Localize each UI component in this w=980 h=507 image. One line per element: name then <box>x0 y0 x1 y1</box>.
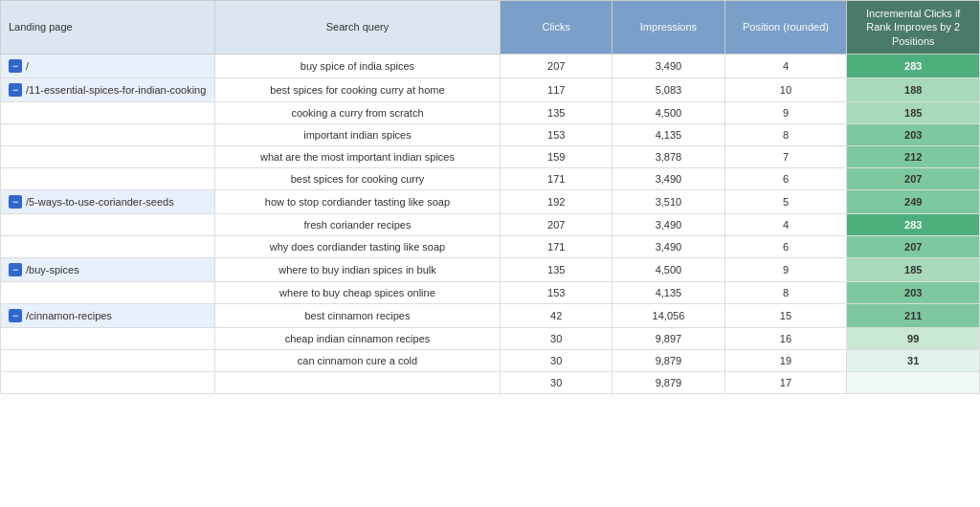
incremental-cell: 283 <box>847 54 980 77</box>
landing-cell: −/buy-spices <box>1 257 215 281</box>
position-cell: 6 <box>724 167 847 189</box>
impressions-cell: 9,897 <box>612 327 724 349</box>
landing-cell: −/ <box>1 54 215 77</box>
query-cell: where to buy indian spices in bulk <box>214 257 500 281</box>
query-cell: what are the most important indian spice… <box>214 145 500 167</box>
clicks-cell: 171 <box>501 167 612 189</box>
clicks-cell: 117 <box>501 77 612 101</box>
position-cell: 15 <box>724 303 847 327</box>
position-cell: 5 <box>724 189 847 213</box>
clicks-cell: 207 <box>501 213 612 235</box>
query-cell: cheap indian cinnamon recipes <box>214 327 500 349</box>
query-cell: fresh coriander recipes <box>214 213 500 235</box>
impressions-cell: 3,490 <box>612 54 724 77</box>
position-cell: 8 <box>724 281 847 303</box>
incremental-cell: 207 <box>847 235 980 257</box>
landing-page-url: / <box>26 60 29 72</box>
query-cell: best spices for cooking curry <box>214 167 500 189</box>
incremental-cell: 212 <box>847 145 980 167</box>
incremental-cell: 283 <box>847 213 980 235</box>
impressions-cell: 9,879 <box>612 371 724 393</box>
clicks-cell: 30 <box>501 349 612 371</box>
clicks-cell: 30 <box>501 371 612 393</box>
query-cell: cooking a curry from scratch <box>214 101 500 123</box>
landing-cell: −/5-ways-to-use-coriander-seeds <box>1 189 215 213</box>
query-cell: buy spice of india spices <box>214 54 500 77</box>
query-cell <box>214 371 500 393</box>
clicks-cell: 135 <box>501 257 612 281</box>
landing-cell <box>1 371 215 393</box>
impressions-cell: 4,500 <box>612 101 724 123</box>
clicks-cell: 153 <box>501 123 612 145</box>
incremental-cell: 99 <box>847 327 980 349</box>
position-cell: 19 <box>724 349 847 371</box>
impressions-cell: 14,056 <box>612 303 724 327</box>
incremental-cell: 188 <box>847 77 980 101</box>
collapse-button[interactable]: − <box>9 309 22 322</box>
position-cell: 8 <box>724 123 847 145</box>
impressions-cell: 3,490 <box>612 235 724 257</box>
clicks-cell: 30 <box>501 327 612 349</box>
position-cell: 9 <box>724 101 847 123</box>
landing-page-url: /cinnamon-recipes <box>26 310 112 321</box>
clicks-cell: 207 <box>501 54 612 77</box>
query-cell: where to buy cheap spices online <box>214 281 500 303</box>
impressions-cell: 9,879 <box>612 349 724 371</box>
position-cell: 9 <box>724 257 847 281</box>
landing-cell <box>1 349 215 371</box>
landing-cell <box>1 281 215 303</box>
query-cell: important indian spices <box>214 123 500 145</box>
position-cell: 4 <box>724 213 847 235</box>
landing-cell <box>1 327 215 349</box>
impressions-cell: 4,500 <box>612 257 724 281</box>
position-cell: 16 <box>724 327 847 349</box>
impressions-cell: 3,878 <box>612 145 724 167</box>
query-cell: why does cordiander tasting like soap <box>214 235 500 257</box>
impressions-cell: 4,135 <box>612 281 724 303</box>
incremental-cell: 185 <box>847 257 980 281</box>
incremental-cell: 211 <box>847 303 980 327</box>
landing-cell <box>1 145 215 167</box>
clicks-cell: 42 <box>501 303 612 327</box>
collapse-button[interactable]: − <box>9 195 22 209</box>
data-table: Landing page Search query Clicks Impress… <box>0 0 980 394</box>
landing-cell <box>1 235 215 257</box>
impressions-cell: 4,135 <box>612 123 724 145</box>
main-table-container: Landing page Search query Clicks Impress… <box>0 0 980 394</box>
collapse-button[interactable]: − <box>9 59 22 73</box>
collapse-button[interactable]: − <box>9 83 22 97</box>
landing-cell <box>1 167 215 189</box>
landing-cell <box>1 213 215 235</box>
clicks-cell: 153 <box>501 281 612 303</box>
clicks-header: Clicks <box>501 1 612 55</box>
collapse-button[interactable]: − <box>9 263 22 276</box>
query-cell: best spices for cooking curry at home <box>214 77 500 101</box>
query-cell: how to stop cordiander tasting like soap <box>214 189 500 213</box>
incremental-cell: 249 <box>847 189 980 213</box>
clicks-cell: 159 <box>501 145 612 167</box>
landing-page-url: /11-essential-spices-for-indian-cooking <box>26 84 206 96</box>
clicks-cell: 192 <box>501 189 612 213</box>
position-cell: 4 <box>724 54 847 77</box>
position-cell: 7 <box>724 145 847 167</box>
landing-cell: −/11-essential-spices-for-indian-cooking <box>1 77 215 101</box>
landing-cell <box>1 101 215 123</box>
landing-cell: −/cinnamon-recipes <box>1 303 215 327</box>
clicks-cell: 135 <box>501 101 612 123</box>
position-cell: 6 <box>724 235 847 257</box>
impressions-cell: 5,083 <box>612 77 724 101</box>
query-cell: can cinnamon cure a cold <box>214 349 500 371</box>
query-header: Search query <box>214 1 500 55</box>
incremental-cell <box>847 371 980 393</box>
landing-page-url: /5-ways-to-use-coriander-seeds <box>26 196 174 208</box>
landing-page-url: /buy-spices <box>26 264 79 276</box>
position-cell: 10 <box>724 77 847 101</box>
impressions-cell: 3,510 <box>612 189 724 213</box>
position-cell: 17 <box>724 371 847 393</box>
position-header: Position (rounded) <box>724 1 847 55</box>
impressions-cell: 3,490 <box>612 167 724 189</box>
impressions-header: Impressions <box>612 1 724 55</box>
incremental-cell: 185 <box>847 101 980 123</box>
query-cell: best cinnamon recipes <box>214 303 500 327</box>
impressions-cell: 3,490 <box>612 213 724 235</box>
